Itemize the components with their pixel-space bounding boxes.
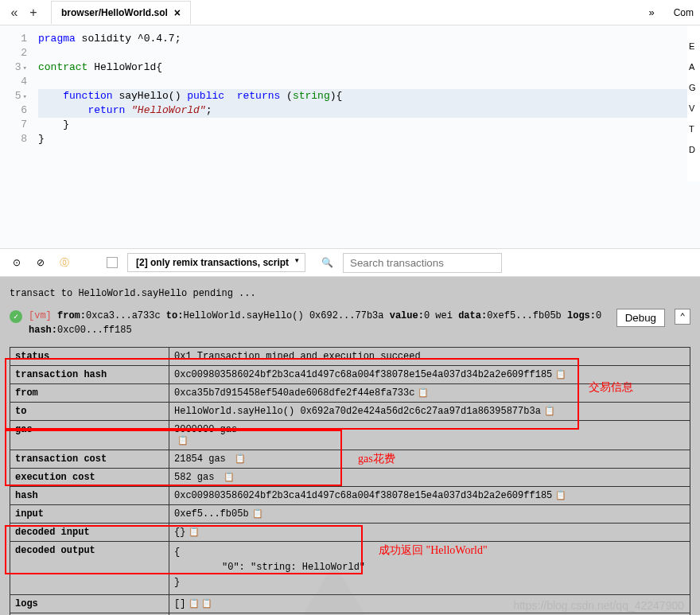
copy-icon[interactable]: 📋 <box>544 406 554 415</box>
fold-icon[interactable]: ▾ <box>23 93 27 101</box>
pending-badge-icon[interactable]: ⓪ <box>57 255 72 270</box>
console-panel: transact to HelloWorld.sayHello pending … <box>0 277 700 615</box>
row-value: {"0": "string: HelloWorld"} <box>169 542 690 595</box>
row-key: hash <box>10 487 169 505</box>
row-key: execution cost <box>10 469 169 487</box>
code-editor[interactable]: 123▾4⚠5▾678 pragma solidity ^0.4.7;contr… <box>0 25 700 248</box>
row-value: 0xc009803586024bf2b3ca41d497c68a004f3807… <box>169 487 690 505</box>
right-panel-item[interactable]: T <box>689 124 698 134</box>
table-row: from0xca35b7d915458ef540ade6068dfe2f44e8… <box>10 384 690 403</box>
table-row: transaction cost21854 gas 📋 <box>10 450 690 469</box>
row-key: logs <box>10 594 169 613</box>
top-bar: « + browser/HelloWorld.sol × » Com <box>0 0 700 25</box>
console-toolbar: ⊙ ⊘ ⓪ [2] only remix transactions, scrip… <box>0 248 700 277</box>
tab-label: browser/HelloWorld.sol <box>61 7 168 18</box>
right-panel-item[interactable]: A <box>689 62 698 72</box>
line-number: 2 <box>0 46 27 60</box>
right-panel-item[interactable]: E <box>689 41 698 51</box>
row-value: 21854 gas 📋 <box>169 450 690 469</box>
row-value: {}📋 <box>169 524 690 542</box>
code-line[interactable]: function sayHello() public returns (stri… <box>38 89 700 103</box>
row-key: transaction cost <box>10 450 169 469</box>
line-number: 3▾ <box>0 60 27 75</box>
line-number: 7 <box>0 118 27 132</box>
code-line[interactable] <box>38 75 700 89</box>
search-input[interactable] <box>343 253 502 273</box>
row-value: 0x1 Transaction mined and execution succ… <box>169 348 690 366</box>
nav-add-icon[interactable]: + <box>25 5 41 21</box>
row-value: HelloWorld.sayHello() 0x692a70d2e424a56d… <box>169 403 690 421</box>
filter-checkbox[interactable] <box>107 257 118 268</box>
row-value: 0xc009803586024bf2b3ca41d497c68a004f3807… <box>169 366 690 384</box>
copy-icon[interactable]: 📋 <box>418 387 427 397</box>
row-value: 0xef5...fb05b📋 <box>169 505 690 524</box>
line-number: ⚠5▾ <box>0 89 27 103</box>
code-line[interactable]: return "HelloWorld"; <box>38 103 700 118</box>
copy-icon[interactable]: 📋 <box>555 369 565 379</box>
right-panel-item[interactable]: G <box>689 83 698 92</box>
collapse-icon[interactable]: ⌃ <box>675 309 690 325</box>
debug-button[interactable]: Debug <box>616 309 665 327</box>
row-key: to <box>10 403 169 421</box>
fold-icon[interactable]: ▾ <box>23 64 27 72</box>
copy-icon[interactable]: 📋 <box>235 453 244 463</box>
search-icon: 🔍 <box>321 257 333 268</box>
copy-icon[interactable]: 📋 <box>189 527 198 536</box>
success-check-icon: ✓ <box>10 310 22 323</box>
row-value: 582 gas 📋 <box>169 469 690 487</box>
row-key: gas <box>10 421 169 450</box>
code-line[interactable]: pragma solidity ^0.4.7; <box>38 32 700 46</box>
watermark-text: https://blog.csdn.net/qq_42247900 <box>513 599 684 612</box>
table-row: decoded output{"0": "string: HelloWorld"… <box>10 542 690 595</box>
table-row: status0x1 Transaction mined and executio… <box>10 348 690 366</box>
row-key: decoded input <box>10 524 169 542</box>
row-key: input <box>10 505 169 524</box>
table-row: execution cost582 gas 📋 <box>10 469 690 487</box>
copy-icon[interactable]: 📋 <box>177 435 187 445</box>
transaction-summary: [vm] from:0xca3...a733c to:HelloWorld.sa… <box>29 309 604 337</box>
code-line[interactable] <box>38 46 700 60</box>
pending-message: transact to HelloWorld.sayHello pending … <box>10 283 690 304</box>
row-key: transaction hash <box>10 366 169 384</box>
transaction-details-table: status0x1 Transaction mined and executio… <box>10 347 690 615</box>
code-area[interactable]: pragma solidity ^0.4.7;contract HelloWor… <box>32 25 700 248</box>
clear-icon[interactable]: ⊘ <box>33 255 48 270</box>
line-number: 8 <box>0 132 27 146</box>
right-label: Com <box>674 7 694 18</box>
table-row: toHelloWorld.sayHello() 0x692a70d2e424a5… <box>10 403 690 421</box>
row-key: status <box>10 348 169 366</box>
copy-icon[interactable]: 📋 <box>224 472 233 481</box>
row-key: from <box>10 384 169 403</box>
copy-icon[interactable]: 📋 <box>201 598 211 608</box>
filter-dropdown[interactable]: [2] only remix transactions, script <box>127 253 305 272</box>
code-line[interactable]: contract HelloWorld{ <box>38 60 700 75</box>
right-panel-item[interactable]: V <box>689 103 698 113</box>
code-line[interactable]: } <box>38 132 700 146</box>
line-number: 1 <box>0 32 27 46</box>
row-key: decoded output <box>10 542 169 595</box>
right-panel: EAGVTD <box>687 25 700 181</box>
table-row: gas3000000 gas📋 <box>10 421 690 450</box>
table-row: input0xef5...fb05b📋 <box>10 505 690 524</box>
table-row: decoded input{}📋 <box>10 524 690 542</box>
close-icon[interactable]: × <box>174 6 181 19</box>
copy-icon[interactable]: 📋 <box>189 598 198 608</box>
line-number: 6 <box>0 103 27 118</box>
gutter: 123▾4⚠5▾678 <box>0 25 32 248</box>
transaction-header: ✓ [vm] from:0xca3...a733c to:HelloWorld.… <box>10 304 690 342</box>
table-row: hash0xc009803586024bf2b3ca41d497c68a004f… <box>10 487 690 505</box>
editor-tab[interactable]: browser/HelloWorld.sol × <box>51 1 191 24</box>
collapse-icon[interactable]: ⊙ <box>10 255 24 270</box>
table-row: transaction hash0xc009803586024bf2b3ca41… <box>10 366 690 384</box>
vm-tag: [vm] <box>29 310 52 321</box>
nav-prev-icon[interactable]: « <box>6 5 22 21</box>
right-panel-item[interactable]: D <box>689 145 698 154</box>
line-number: 4 <box>0 75 27 89</box>
copy-icon[interactable]: 📋 <box>555 490 565 500</box>
row-value: 3000000 gas📋 <box>169 421 690 450</box>
code-line[interactable]: } <box>38 118 700 132</box>
copy-icon[interactable]: 📋 <box>252 508 262 518</box>
nav-fwd-icon[interactable]: » <box>648 6 657 18</box>
row-value: 0xca35b7d915458ef540ade6068dfe2f44e8fa73… <box>169 384 690 403</box>
